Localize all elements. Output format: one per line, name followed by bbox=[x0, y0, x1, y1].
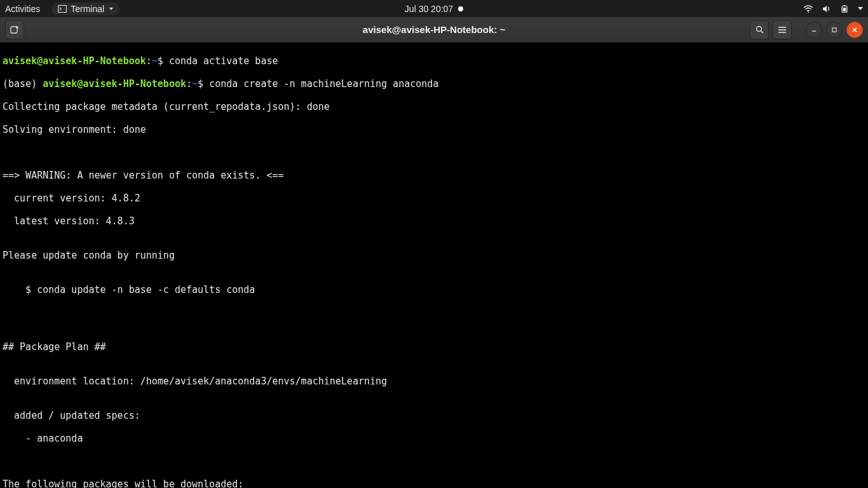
output-line: Please update conda by running bbox=[3, 250, 865, 261]
maximize-icon bbox=[831, 27, 837, 33]
prompt-userhost: avisek@avisek-HP-Notebook bbox=[43, 78, 186, 90]
prompt-userhost: avisek@avisek-HP-Notebook bbox=[3, 55, 146, 67]
close-button[interactable] bbox=[846, 22, 863, 38]
prompt-cwd: ~ bbox=[192, 78, 198, 90]
svg-point-1 bbox=[808, 11, 809, 13]
svg-rect-4 bbox=[843, 8, 846, 11]
output-line: environment location: /home/avisek/anaco… bbox=[3, 376, 865, 387]
output-line: The following packages will be downloade… bbox=[3, 478, 865, 488]
system-status-area[interactable] bbox=[803, 5, 863, 13]
svg-rect-0 bbox=[58, 5, 67, 12]
new-tab-icon bbox=[10, 25, 20, 35]
new-tab-button[interactable] bbox=[5, 20, 24, 39]
window-title: avisek@avisek-HP-Notebook: ~ bbox=[363, 24, 505, 35]
notification-dot-icon bbox=[458, 6, 463, 11]
window-titlebar: avisek@avisek-HP-Notebook: ~ bbox=[0, 17, 868, 43]
svg-line-7 bbox=[761, 31, 763, 34]
hamburger-menu-button[interactable] bbox=[773, 20, 792, 39]
clock[interactable]: Jul 30 20:07 bbox=[405, 4, 463, 14]
output-line: current version: 4.8.2 bbox=[3, 193, 865, 204]
hamburger-icon bbox=[778, 26, 787, 34]
wifi-icon bbox=[803, 5, 813, 13]
gnome-topbar: Activities Terminal Jul 30 20:07 bbox=[0, 0, 868, 17]
chevron-down-icon bbox=[109, 8, 113, 10]
svg-point-6 bbox=[756, 27, 761, 32]
command-text: conda activate base bbox=[169, 55, 278, 67]
maximize-button[interactable] bbox=[826, 22, 843, 38]
output-line: ==> WARNING: A newer version of conda ex… bbox=[3, 170, 865, 181]
clock-label: Jul 30 20:07 bbox=[405, 4, 453, 14]
prompt-line: avisek@avisek-HP-Notebook:~$ conda activ… bbox=[3, 55, 865, 67]
activities-button[interactable]: Activities bbox=[5, 4, 40, 14]
output-line: Solving environment: done bbox=[3, 124, 865, 135]
prompt-line: (base) avisek@avisek-HP-Notebook:~$ cond… bbox=[3, 78, 865, 90]
chevron-down-icon bbox=[858, 7, 863, 10]
svg-rect-12 bbox=[832, 28, 836, 32]
output-line: latest version: 4.8.3 bbox=[3, 215, 865, 227]
volume-icon bbox=[822, 5, 831, 13]
terminal-viewport[interactable]: avisek@avisek-HP-Notebook:~$ conda activ… bbox=[0, 43, 868, 488]
output-line: ## Package Plan ## bbox=[3, 341, 865, 353]
terminal-icon bbox=[58, 5, 67, 13]
output-line: Collecting package metadata (current_rep… bbox=[3, 101, 865, 112]
search-button[interactable] bbox=[750, 20, 769, 39]
output-line: - anaconda bbox=[3, 433, 865, 444]
close-icon bbox=[851, 27, 858, 33]
minimize-button[interactable] bbox=[806, 22, 822, 38]
search-icon bbox=[755, 25, 764, 34]
battery-icon bbox=[840, 5, 849, 13]
app-menu[interactable]: Terminal bbox=[51, 3, 119, 15]
command-text: conda create -n machineLearning anaconda bbox=[209, 78, 438, 90]
output-line: added / updated specs: bbox=[3, 410, 865, 421]
minimize-icon bbox=[811, 27, 817, 33]
output-line: $ conda update -n base -c defaults conda bbox=[3, 284, 865, 295]
svg-rect-3 bbox=[844, 5, 846, 6]
app-menu-label: Terminal bbox=[71, 4, 104, 14]
prompt-cwd: ~ bbox=[152, 55, 158, 67]
